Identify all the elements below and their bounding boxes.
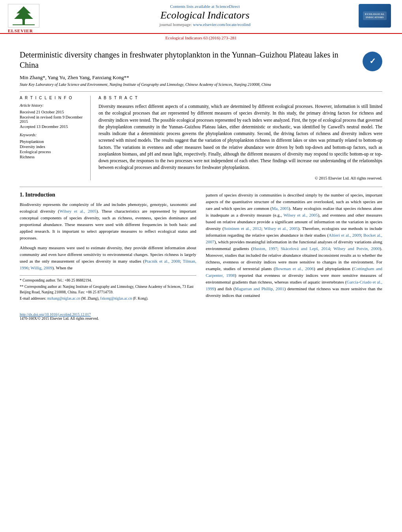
affiliation: State Key Laboratory of Lake Science and… (20, 82, 382, 87)
email-kong[interactable]: fxkong@niglas.ac.cn (100, 297, 132, 300)
huston-ref[interactable]: Huston, 1997 (253, 246, 277, 251)
soininen-ref[interactable]: Soininen et al., 2012 (224, 226, 261, 231)
keyword-ecological: Ecological process (20, 150, 86, 154)
footnote-email: E-mail addresses: mzhang@niglas.ac.cn (M… (20, 296, 196, 301)
ptacnik-ref[interactable]: Ptacnik et al., 2008 (145, 259, 180, 263)
page: ELSEVIER Contents lists available at Sci… (0, 0, 402, 532)
badge-text: ECOLOGICALINDICATORS (365, 13, 385, 19)
footnotes-section: * Corresponding author. Tel.: +86 25 868… (20, 275, 196, 301)
keywords-section: Keywords: Phytoplankton Diversity index … (20, 133, 86, 159)
svg-rect-3 (13, 24, 35, 25)
wilsey-ref[interactable]: Wilsey et al., 2005 (60, 209, 97, 213)
footnote-1: * Corresponding author. Tel.: +86 25 868… (20, 278, 196, 283)
history-label: Article history: (20, 103, 86, 108)
body-right-col: pattern of species diversity in communit… (206, 192, 382, 303)
doi-link[interactable]: http://dx.doi.org/10.1016/j.ecolind.2015… (20, 313, 91, 317)
wilsey-potvin-ref[interactable]: Wilsey and Potvin, 2000 (333, 246, 380, 251)
authors: Min Zhang*, Yang Yu, Zhen Yang, Fanxiang… (20, 74, 382, 81)
journal-header: ELSEVIER Contents lists available at Sci… (0, 0, 402, 34)
abstract-text: Diversity measures reflect different asp… (99, 103, 382, 171)
wilsey-ref-3[interactable]: Wilsey et al., 2005 (264, 226, 298, 231)
skacelova-ref[interactable]: Skácelová and Lepš, 2014 (281, 246, 330, 251)
ecological-indicators-badge: ECOLOGICALINDICATORS (359, 4, 391, 28)
intro-heading: 1. Introduction (20, 192, 196, 198)
elsevier-logo-area: ELSEVIER (8, 2, 51, 33)
journal-info-center: Contents lists available at ScienceDirec… (51, 2, 359, 29)
keyword-richness: Richness (20, 155, 86, 159)
article-info-abstract-section: A R T I C L E I N F O Article history: R… (20, 91, 382, 180)
article-title: Deterministic diversity changes in fresh… (20, 50, 363, 70)
elsevier-brand: ELSEVIER (8, 28, 51, 33)
footnote-2: ** Corresponding author at: Nanjing Inst… (20, 284, 196, 295)
garcia-ref[interactable]: García-Criado et al., 1999 (206, 280, 382, 291)
bowman-ref[interactable]: Bowman et al., 2006 (275, 266, 314, 271)
article-doi-bar: Ecological Indicators 63 (2016) 273–281 (0, 34, 402, 42)
body-two-col: 1. Introduction Biodiversity represents … (20, 192, 382, 303)
keyword-phytoplankton: Phytoplankton (20, 139, 86, 144)
svg-rect-1 (22, 20, 25, 24)
intro-paragraph-2: Although many measures were used to esti… (20, 245, 196, 271)
received-date: Received 21 October 2015 (20, 110, 86, 114)
article-info-heading: A R T I C L E I N F O (20, 96, 86, 100)
crossmark-badge[interactable]: ✓ (363, 52, 382, 71)
page-footer: http://dx.doi.org/10.1016/j.ecolind.2015… (0, 310, 402, 323)
abstract-heading: A B S T R A C T (99, 96, 382, 100)
revised-date: Received in revised form 9 December 2015 (20, 115, 86, 124)
altieri-ref[interactable]: Altieri et al., 2009 (329, 233, 361, 237)
email-zhang[interactable]: mzhang@niglas.ac.cn (47, 297, 80, 300)
keywords-label: Keywords: (20, 133, 86, 137)
elsevier-logo (8, 4, 39, 28)
keyword-diversity: Diversity index (20, 145, 86, 149)
journal-title: Ecological Indicators (55, 9, 355, 21)
copyright: © 2015 Elsevier Ltd. All rights reserved… (99, 174, 382, 180)
article-title-section: Deterministic diversity changes in fresh… (20, 50, 382, 71)
crossmark-icon: ✓ (365, 54, 380, 69)
abstract-column: A B S T R A C T Diversity measures refle… (99, 96, 382, 180)
sciencedirect-link[interactable]: Contents lists available at ScienceDirec… (55, 4, 355, 9)
elsevier-tree-svg (9, 5, 39, 27)
journal-badge-area: ECOLOGICALINDICATORS (359, 2, 394, 28)
wilsey-ref-2[interactable]: Wilsey et al., 2005 (283, 213, 318, 217)
journal-url-link[interactable]: www.elsevier.com/locate/ecolind (193, 22, 251, 27)
willig-ref[interactable]: Willig, 2009 (31, 265, 52, 270)
svg-text:✓: ✓ (369, 57, 376, 65)
article-info-column: A R T I C L E I N F O Article history: R… (20, 96, 91, 180)
accepted-date: Accepted 13 December 2015 (20, 124, 86, 129)
body-left-col: 1. Introduction Biodiversity represents … (20, 192, 196, 303)
main-content: Deterministic diversity changes in fresh… (0, 42, 402, 310)
journal-homepage: journal homepage: www.elsevier.com/locat… (55, 22, 355, 27)
intro-paragraph-1: Biodiversity represents the complexity o… (20, 201, 196, 241)
intro-paragraph-right-1: pattern of species diversity in communit… (206, 192, 382, 299)
magurran-ref[interactable]: Magurran and Phillip, 2001 (235, 286, 285, 291)
ma-ref[interactable]: Ma, 2005 (272, 206, 289, 211)
body-section: 1. Introduction Biodiversity represents … (20, 187, 382, 303)
issn-text: 1470-160X/© 2015 Elsevier Ltd. All right… (20, 317, 99, 321)
